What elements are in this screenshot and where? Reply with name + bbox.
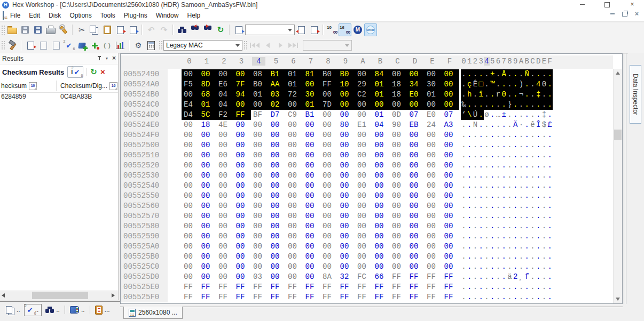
import-button[interactable] xyxy=(19,23,32,36)
byte-cell[interactable]: F5 xyxy=(182,79,199,90)
ascii-cell[interactable]: . xyxy=(467,140,473,150)
ascii-cell[interactable]: . xyxy=(507,282,513,292)
byte-cell[interactable]: 00 xyxy=(286,242,303,252)
ascii-cell[interactable]: . xyxy=(530,181,536,191)
ascii-cell[interactable]: . xyxy=(507,79,513,90)
byte-cell[interactable]: 00 xyxy=(425,262,442,272)
scroll-down-icon[interactable] xyxy=(616,298,620,301)
byte-cell[interactable]: 00 xyxy=(234,231,252,242)
byte-cell[interactable]: 00 xyxy=(338,181,356,191)
ascii-cell[interactable]: . xyxy=(467,191,473,201)
goto-forward-button[interactable] xyxy=(308,23,320,36)
ascii-cell[interactable]: . xyxy=(513,90,519,100)
ascii-cell[interactable]: . xyxy=(490,120,496,130)
byte-cell[interactable]: 00 xyxy=(234,69,252,79)
byte-cell[interactable]: FF xyxy=(338,282,356,292)
byte-cell[interactable]: 00 xyxy=(355,140,373,150)
byte-cell[interactable]: 00 xyxy=(303,181,321,191)
ascii-cell[interactable]: . xyxy=(541,201,547,211)
byte-cell[interactable]: 00 xyxy=(338,252,356,262)
byte-cell[interactable]: 00 xyxy=(407,201,425,211)
ascii-cell[interactable]: . xyxy=(490,282,496,292)
byte-cell[interactable]: FF xyxy=(269,282,286,292)
ascii-cell[interactable]: . xyxy=(484,120,490,130)
checksum-result-row[interactable]: 6284859 0C4BA83B xyxy=(0,93,118,102)
little-endian-button[interactable]: intel xyxy=(364,23,377,36)
byte-cell[interactable]: 8A xyxy=(320,272,338,282)
byte-cell[interactable]: 07 xyxy=(407,110,425,120)
byte-cell[interactable]: 00 xyxy=(338,160,356,171)
byte-cell[interactable]: 00 xyxy=(234,191,252,201)
ascii-cell[interactable]: . xyxy=(530,69,536,79)
ascii-cell[interactable]: Ê xyxy=(473,79,478,90)
byte-cell[interactable]: 00 xyxy=(320,130,338,140)
ascii-cell[interactable]: Î xyxy=(536,120,541,130)
byte-cell[interactable]: 00 xyxy=(269,191,286,201)
ascii-cell[interactable]: . xyxy=(473,231,478,242)
ascii-cell[interactable]: . xyxy=(541,130,547,140)
ascii-cell[interactable]: . xyxy=(484,211,490,221)
byte-cell[interactable]: E6 xyxy=(216,79,234,90)
ascii-cell[interactable]: . xyxy=(473,211,478,221)
results-horizontal-scrollbar[interactable] xyxy=(0,291,118,300)
ascii-cell[interactable]: . xyxy=(547,211,553,221)
ascii-cell[interactable]: . xyxy=(490,262,496,272)
compare-next-button[interactable] xyxy=(50,39,62,52)
byte-cell[interactable]: 00 xyxy=(442,100,460,110)
byte-cell[interactable]: D7 xyxy=(269,110,286,120)
ascii-cell[interactable]: . xyxy=(484,252,490,262)
ascii-cell[interactable]: . xyxy=(524,79,530,90)
toolbar-drag-handle[interactable] xyxy=(159,41,162,50)
ascii-cell[interactable]: . xyxy=(524,160,530,171)
byte-cell[interactable]: 00 xyxy=(182,252,199,262)
ascii-cell[interactable]: . xyxy=(536,242,541,252)
byte-cell[interactable]: E0 xyxy=(425,110,442,120)
byte-cell[interactable]: 00 xyxy=(216,140,234,150)
byte-cell[interactable]: 00 xyxy=(390,100,407,110)
byte-cell[interactable]: 68 xyxy=(199,90,217,100)
ascii-cell[interactable]: . xyxy=(501,201,507,211)
byte-cell[interactable]: 00 xyxy=(199,191,217,201)
byte-cell[interactable]: 00 xyxy=(442,221,460,231)
byte-cell[interactable]: 5C xyxy=(199,110,217,120)
ascii-cell[interactable]: ‰ xyxy=(461,100,467,110)
ascii-cell[interactable]: . xyxy=(484,100,490,110)
byte-cell[interactable]: 00 xyxy=(390,231,407,242)
byte-cell[interactable]: 00 xyxy=(320,231,338,242)
byte-cell[interactable]: 00 xyxy=(390,160,407,171)
ascii-cell[interactable]: . xyxy=(513,242,519,252)
byte-cell[interactable]: 00 xyxy=(320,171,338,181)
ascii-cell[interactable]: . xyxy=(478,100,484,110)
ascii-cell[interactable]: . xyxy=(536,150,541,160)
byte-cell[interactable]: 00 xyxy=(234,160,252,171)
byte-cell[interactable]: 01 xyxy=(425,90,442,100)
ascii-cell[interactable]: . xyxy=(541,100,547,110)
ascii-cell[interactable]: . xyxy=(490,160,496,171)
byte-cell[interactable]: 00 xyxy=(234,120,252,130)
byte-cell[interactable]: 00 xyxy=(442,252,460,262)
ascii-cell[interactable]: . xyxy=(547,272,553,282)
ascii-cell[interactable]: . xyxy=(461,160,467,171)
ascii-cell[interactable]: } xyxy=(507,100,513,110)
byte-cell[interactable]: 7F xyxy=(234,79,252,90)
byte-cell[interactable]: 00 xyxy=(251,201,269,211)
ascii-cell[interactable]: . xyxy=(461,140,467,150)
byte-cell[interactable]: 00 xyxy=(373,181,390,191)
ascii-cell[interactable]: . xyxy=(461,201,467,211)
byte-cell[interactable]: 00 xyxy=(182,69,199,79)
ascii-cell[interactable]: . xyxy=(519,181,524,191)
ascii-cell[interactable]: . xyxy=(473,201,478,211)
byte-cell[interactable]: 00 xyxy=(442,140,460,150)
byte-cell[interactable]: 00 xyxy=(199,160,217,171)
ascii-cell[interactable]: . xyxy=(484,272,490,282)
byte-cell[interactable]: 00 xyxy=(286,100,303,110)
byte-cell[interactable]: D4 xyxy=(182,110,199,120)
byte-cell[interactable]: 00 xyxy=(355,231,373,242)
ascii-cell[interactable]: . xyxy=(490,181,496,191)
ascii-cell[interactable]: . xyxy=(490,252,496,262)
ascii-cell[interactable]: . xyxy=(461,282,467,292)
decimal-view-button[interactable]: 10∞ xyxy=(326,23,339,36)
refresh-icon[interactable]: ↻ xyxy=(90,67,97,77)
byte-cell[interactable]: 80 xyxy=(338,120,356,130)
byte-cell[interactable]: 00 xyxy=(251,191,269,201)
